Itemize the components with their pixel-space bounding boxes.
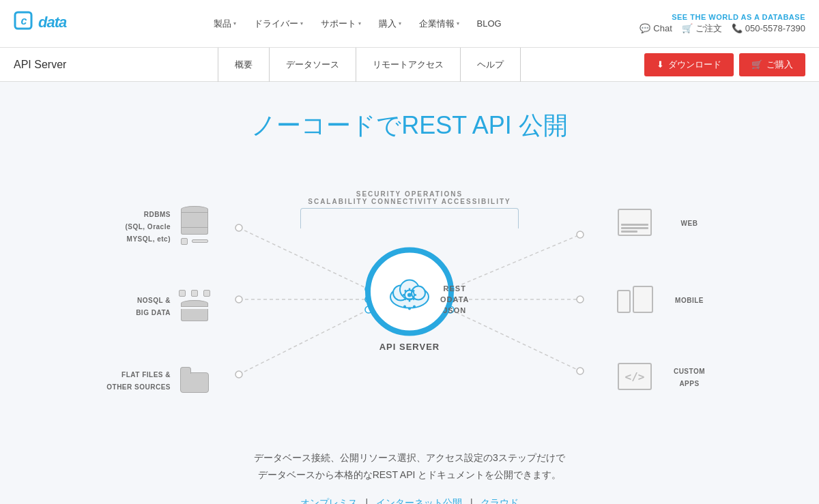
chevron-down-icon: ▾	[457, 20, 459, 27]
svg-line-18	[450, 310, 580, 371]
center-bracket	[300, 208, 519, 228]
nav-item-products[interactable]: 製品 ▾	[207, 14, 243, 34]
center-label-row2: SCALABILITY CONNECTIVITY ACCESSIBILITY	[300, 198, 519, 205]
source-rdbms: RDBMS(SQL, OracleMYSQL, etc)	[102, 206, 212, 245]
source-nosql: NOSQL &BIG DATA	[102, 290, 212, 321]
rdbms-icon	[177, 206, 212, 245]
phone-icon: 📞	[732, 23, 743, 33]
svg-point-17	[577, 296, 584, 303]
custom-apps-icon: </>	[614, 363, 655, 390]
protocol-rest: REST	[440, 284, 469, 293]
tab-help[interactable]: ヘルプ	[461, 48, 521, 82]
purchase-button[interactable]: 🛒 ご購入	[739, 53, 805, 76]
tab-overview[interactable]: 概要	[218, 48, 270, 82]
top-actions: 💬 Chat 🛒 ご注文 📞 050-5578-7390	[640, 23, 805, 35]
nosql-icon	[177, 290, 212, 321]
chat-icon: 💬	[640, 23, 650, 33]
top-bar: c data 製品 ▾ ドライバー ▾ サポート ▾ 購入 ▾ 企業情報 ▾ B…	[0, 0, 819, 48]
diagram: SECURITY OPERATIONS SCALABILITY CONNECTI…	[102, 170, 717, 429]
hero-desc-line2: データベースから本格的なREST API とドキュメントを公開できます。	[205, 466, 614, 484]
chevron-down-icon: ▾	[399, 20, 401, 27]
nav-item-drivers[interactable]: ドライバー ▾	[247, 14, 310, 34]
hero-title: ノーコードでREST API 公開	[14, 109, 805, 143]
nav-item-support[interactable]: サポート ▾	[314, 14, 368, 34]
cloud-gear-icon	[386, 271, 433, 312]
chevron-down-icon: ▾	[300, 20, 303, 27]
target-mobile: MOBILE	[614, 286, 717, 313]
svg-line-3	[239, 228, 369, 289]
product-title: API Server	[14, 59, 66, 71]
hero-description: データベース接続、公開リソース選択、アクセス設定の3ステップだけで データベース…	[205, 449, 614, 484]
svg-point-4	[235, 224, 242, 231]
hero-desc-line1: データベース接続、公開リソース選択、アクセス設定の3ステップだけで	[205, 449, 614, 466]
chevron-down-icon: ▾	[233, 20, 236, 27]
second-nav-buttons: ⬇ ダウンロード 🛒 ご購入	[644, 53, 805, 76]
svg-line-12	[450, 235, 580, 289]
svg-line-9	[239, 310, 369, 374]
svg-point-14	[577, 231, 584, 238]
svg-point-26	[407, 293, 412, 297]
top-right-area: SEE THE WORLD AS A DATABASE 💬 Chat 🛒 ご注文…	[640, 13, 805, 35]
nav-item-purchase[interactable]: 購入 ▾	[372, 14, 408, 34]
order-link[interactable]: 🛒 ご注文	[682, 23, 722, 35]
source-files-label: FLAT FILES &OTHER SOURCES	[102, 368, 171, 392]
svg-line-33	[413, 291, 414, 292]
svg-text:c: c	[21, 15, 27, 27]
center-labels: SECURITY OPERATIONS SCALABILITY CONNECTI…	[300, 190, 519, 228]
protocol-labels: REST ODATA JSON	[440, 284, 469, 314]
svg-point-35	[403, 306, 406, 308]
hero-section: ノーコードでREST API 公開	[0, 82, 819, 504]
cart-icon: 🛒	[751, 59, 762, 70]
svg-point-36	[408, 308, 411, 310]
source-nosql-label: NOSQL &BIG DATA	[102, 293, 171, 318]
svg-line-32	[413, 299, 414, 300]
target-mobile-label: MOBILE	[662, 293, 717, 306]
svg-text:data: data	[38, 14, 67, 31]
link-onpremise[interactable]: オンプレミス	[300, 497, 358, 504]
logo[interactable]: c data	[14, 10, 75, 38]
link-internet[interactable]: インターネット公開	[376, 497, 462, 504]
api-server-label: API SERVER	[379, 342, 440, 352]
chat-link[interactable]: 💬 Chat	[640, 23, 672, 33]
svg-point-20	[577, 368, 584, 374]
center-label-row1: SECURITY OPERATIONS	[300, 190, 519, 198]
nav-item-company[interactable]: 企業情報 ▾	[412, 14, 466, 34]
protocol-json: JSON	[440, 306, 469, 314]
pipe-1: |	[365, 497, 368, 504]
download-icon: ⬇	[657, 59, 664, 70]
tagline: SEE THE WORLD AS A DATABASE	[672, 13, 805, 21]
web-icon	[614, 209, 655, 236]
left-sources: RDBMS(SQL, OracleMYSQL, etc)	[102, 170, 212, 429]
files-icon	[177, 367, 212, 393]
link-cloud[interactable]: クラウド	[480, 497, 519, 504]
svg-point-7	[235, 296, 242, 303]
target-custom: </> CUSTOMAPPS	[614, 363, 717, 390]
svg-point-37	[413, 306, 416, 308]
cart-icon: 🛒	[682, 23, 693, 33]
tab-remote-access[interactable]: リモートアクセス	[356, 48, 461, 82]
phone-link[interactable]: 📞 050-5578-7390	[732, 23, 805, 33]
logo-text: c data	[14, 10, 75, 38]
target-custom-label: CUSTOMAPPS	[662, 364, 717, 389]
tab-datasource[interactable]: データソース	[270, 48, 356, 82]
svg-line-34	[405, 299, 406, 300]
second-nav: API Server 概要 データソース リモートアクセス ヘルプ ⬇ ダウンロ…	[0, 48, 819, 82]
target-web: WEB	[614, 209, 717, 236]
protocol-odata: ODATA	[440, 295, 469, 303]
pipe-2: |	[470, 497, 473, 504]
mobile-icon	[614, 286, 655, 313]
target-web-label: WEB	[662, 216, 717, 228]
source-rdbms-label: RDBMS(SQL, OracleMYSQL, etc)	[102, 207, 171, 244]
hero-links: オンプレミス | インターネット公開 | クラウド	[14, 497, 805, 504]
svg-line-31	[405, 291, 406, 292]
chevron-down-icon: ▾	[358, 20, 361, 27]
download-button[interactable]: ⬇ ダウンロード	[644, 53, 734, 76]
right-targets: WEB MOBILE </>	[614, 170, 717, 429]
second-nav-links: 概要 データソース リモートアクセス ヘルプ	[94, 48, 644, 82]
svg-point-10	[235, 371, 242, 378]
source-files: FLAT FILES &OTHER SOURCES	[102, 367, 212, 393]
main-nav: 製品 ▾ ドライバー ▾ サポート ▾ 購入 ▾ 企業情報 ▾ BLOG	[207, 14, 508, 34]
nav-item-blog[interactable]: BLOG	[470, 14, 508, 33]
